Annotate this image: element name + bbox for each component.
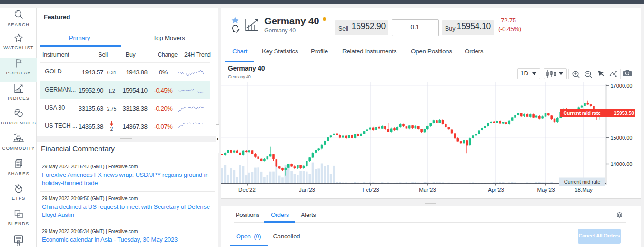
svg-text:Current mid rate: Current mid rate — [564, 110, 601, 116]
svg-text:Jan’23: Jan’23 — [299, 187, 315, 193]
svg-text:Mar’23: Mar’23 — [419, 187, 436, 193]
svg-text:Current mid rate: Current mid rate — [564, 179, 600, 185]
svg-text:15000.00: 15000.00 — [611, 135, 633, 141]
svg-text:Dec’22: Dec’22 — [238, 187, 256, 193]
svg-text:18.May: 18.May — [575, 187, 593, 193]
svg-text:May’23: May’23 — [537, 187, 555, 193]
svg-text:14000.00: 14000.00 — [611, 161, 633, 167]
svg-text:Apr’23: Apr’23 — [488, 187, 504, 193]
svg-text:Feb’23: Feb’23 — [362, 187, 379, 193]
svg-text:15953.50: 15953.50 — [614, 110, 634, 116]
svg-text:17000.00: 17000.00 — [611, 83, 633, 89]
